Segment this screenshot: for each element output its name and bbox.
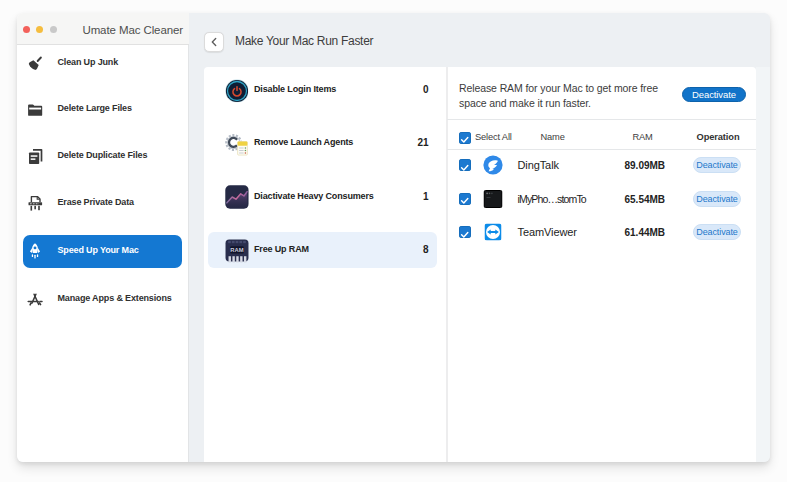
svg-text:RAM: RAM xyxy=(230,247,243,253)
